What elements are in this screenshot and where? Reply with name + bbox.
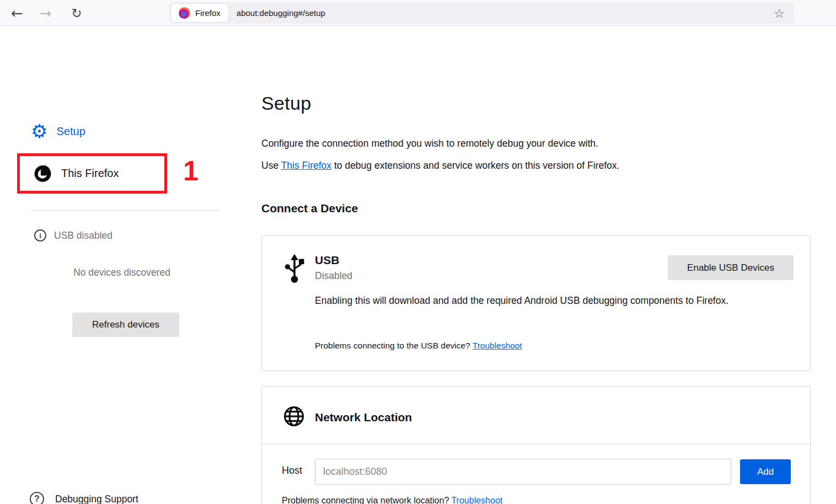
- bookmark-star-icon[interactable]: ☆: [770, 4, 789, 23]
- usb-icon: [284, 254, 305, 283]
- enable-usb-devices-button[interactable]: Enable USB Devices: [668, 255, 794, 280]
- sidebar-item-debugging-support[interactable]: ? Debugging Support: [30, 492, 138, 504]
- refresh-devices-button[interactable]: Refresh devices: [72, 313, 179, 337]
- firefox-mono-icon: [34, 164, 52, 183]
- host-input[interactable]: [315, 459, 731, 485]
- network-troubleshoot-line: Problems connecting via network location…: [282, 496, 502, 504]
- usb-troubleshoot-link[interactable]: Troubleshoot: [473, 341, 522, 350]
- debugging-support-label: Debugging Support: [55, 494, 138, 504]
- sidebar-item-setup[interactable]: ⚙ Setup: [31, 122, 85, 141]
- site-identity-chip[interactable]: Firefox: [171, 4, 228, 22]
- network-problems-text: Problems connecting via network location…: [282, 496, 451, 504]
- usb-problems-text: Problems connecting to the USB device?: [315, 341, 473, 350]
- sidebar-item-label: This Firefox: [61, 167, 119, 180]
- network-location-card: Network Location Host Add Problems conne…: [261, 386, 811, 504]
- forward-icon: →: [36, 4, 55, 23]
- usb-troubleshoot-line: Problems connecting to the USB device? T…: [315, 341, 522, 351]
- intro-line-1: Configure the connection method you wish…: [261, 138, 598, 149]
- back-icon[interactable]: ←: [8, 4, 26, 23]
- no-devices-message: No devices discovered: [73, 267, 170, 278]
- info-icon: i: [34, 229, 46, 242]
- firefox-logo-icon: [179, 7, 190, 19]
- browser-toolbar: ← → ↻ Firefox about:debugging#/setup ☆: [0, 0, 836, 26]
- connect-a-device-heading: Connect a Device: [261, 202, 358, 215]
- reload-icon[interactable]: ↻: [67, 4, 86, 23]
- sidebar: ⚙ Setup This Firefox 1 i USB disabled No…: [0, 26, 232, 504]
- usb-status-row: i USB disabled: [34, 229, 112, 242]
- usb-card-description: Enabling this will download and add the …: [315, 291, 800, 310]
- network-card-header: Network Location: [262, 387, 810, 444]
- this-firefox-link[interactable]: This Firefox: [281, 160, 331, 171]
- sidebar-item-this-firefox[interactable]: This Firefox: [17, 153, 167, 194]
- url-text[interactable]: about:debugging#/setup: [237, 8, 325, 18]
- question-icon: ?: [30, 492, 44, 504]
- usb-card: USB Disabled Enable USB Devices Enabling…: [261, 235, 811, 371]
- network-troubleshoot-link[interactable]: Troubleshoot: [451, 496, 502, 504]
- usb-status-label: USB disabled: [54, 230, 112, 242]
- add-button[interactable]: Add: [740, 459, 791, 484]
- sidebar-divider: [31, 210, 219, 211]
- globe-icon: [283, 405, 305, 427]
- url-bar[interactable]: Firefox about:debugging#/setup ☆: [169, 2, 794, 24]
- intro-line-2-prefix: Use: [261, 160, 281, 171]
- intro-line-2: Use This Firefox to debug extensions and…: [261, 160, 619, 171]
- site-identity-label: Firefox: [195, 8, 221, 18]
- host-label: Host: [282, 465, 302, 476]
- network-card-title: Network Location: [315, 411, 412, 424]
- sidebar-item-label: Setup: [56, 125, 85, 138]
- intro-line-2-suffix: to debug extensions and service workers …: [331, 160, 619, 171]
- usb-card-title: USB: [315, 254, 339, 267]
- annotation-step-number: 1: [183, 157, 199, 185]
- usb-card-status: Disabled: [315, 270, 352, 282]
- gear-icon: ⚙: [31, 122, 47, 141]
- page-title: Setup: [261, 93, 311, 114]
